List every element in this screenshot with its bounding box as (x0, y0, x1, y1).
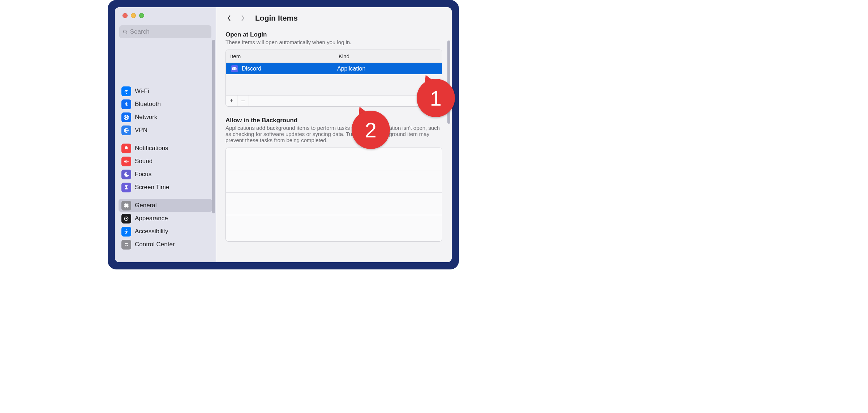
accessibility-icon (121, 227, 131, 237)
nav-back-button[interactable] (225, 14, 233, 22)
background-items-box (225, 148, 442, 242)
sidebar-item-label: General (135, 202, 156, 209)
add-item-button[interactable]: + (226, 95, 237, 106)
sidebar-item-label: Screen Time (135, 184, 169, 191)
sidebar-item-notifications[interactable]: Notifications (119, 142, 212, 155)
sidebar-item-bluetooth[interactable]: Bluetooth (119, 98, 212, 111)
sidebar-item-accessibility[interactable]: Accessibility (119, 225, 212, 238)
sidebar-item-label: Accessibility (135, 228, 168, 235)
sidebar-group-general: General Appearance Accessibility Control… (119, 199, 212, 251)
sidebar-item-vpn[interactable]: VPN (119, 124, 212, 137)
login-items-table: Item Kind Discord Application + − (225, 50, 442, 107)
gear-icon (121, 201, 131, 210)
column-item-header[interactable]: Item (226, 53, 337, 59)
svg-point-6 (125, 243, 126, 244)
sidebar-item-label: Focus (135, 171, 151, 178)
hourglass-icon (121, 183, 131, 192)
annotated-screenshot-frame: Wi-Fi Bluetooth Network VPN (108, 0, 459, 269)
background-item-row[interactable] (226, 215, 442, 238)
allow-background-description: Applications add background items to per… (225, 125, 442, 143)
content-header: Login Items (216, 7, 452, 27)
sidebar-item-general[interactable]: General (119, 199, 212, 212)
row-kind: Application (337, 65, 442, 72)
appearance-icon (121, 214, 131, 223)
sidebar-item-label: Bluetooth (135, 101, 161, 108)
minimize-window-button[interactable] (131, 13, 136, 18)
table-row[interactable]: Discord Application (226, 63, 442, 74)
table-empty-area[interactable] (226, 74, 442, 95)
svg-point-5 (126, 229, 127, 230)
discord-icon (231, 65, 238, 72)
sidebar-item-label: Network (135, 114, 157, 121)
window-controls (115, 13, 216, 25)
table-header: Item Kind (226, 50, 442, 63)
sidebar-spacer (115, 41, 216, 85)
sidebar-item-label: Appearance (135, 215, 168, 222)
zoom-window-button[interactable] (139, 13, 144, 18)
moon-icon (121, 170, 131, 179)
row-name: Discord (242, 65, 337, 72)
background-item-row[interactable] (226, 170, 442, 193)
svg-point-4 (126, 218, 127, 219)
content-scrollbar[interactable] (447, 41, 450, 124)
sidebar-item-label: Wi-Fi (135, 88, 149, 95)
search-input[interactable] (130, 28, 208, 35)
globe-icon (121, 112, 131, 122)
sidebar: Wi-Fi Bluetooth Network VPN (115, 7, 216, 262)
bell-icon (121, 144, 131, 153)
sidebar-item-label: Notifications (135, 145, 168, 152)
search-box[interactable] (119, 25, 211, 38)
wifi-icon (121, 86, 131, 96)
sidebar-item-control-center[interactable]: Control Center (119, 238, 212, 251)
nav-forward-button[interactable] (239, 14, 247, 22)
content-body: Open at Login These items will open auto… (216, 27, 452, 262)
allow-background-title: Allow in the Background (225, 117, 442, 124)
page-title: Login Items (255, 14, 298, 22)
svg-rect-9 (125, 245, 126, 246)
system-settings-window: Wi-Fi Bluetooth Network VPN (115, 7, 452, 262)
sidebar-item-label: VPN (135, 127, 147, 134)
chevron-right-icon (240, 15, 245, 21)
svg-rect-7 (126, 243, 128, 243)
chevron-left-icon (227, 15, 232, 21)
sidebar-item-focus[interactable]: Focus (119, 168, 212, 181)
open-at-login-title: Open at Login (225, 31, 442, 38)
sidebar-scrollbar[interactable] (212, 40, 215, 213)
close-window-button[interactable] (123, 13, 128, 18)
background-item-row[interactable] (226, 148, 442, 170)
sidebar-item-wifi[interactable]: Wi-Fi (119, 85, 212, 98)
speaker-icon (121, 157, 131, 166)
control-center-icon (121, 240, 131, 250)
sidebar-group-notifications: Notifications Sound Focus Screen Time (119, 142, 212, 194)
sidebar-item-appearance[interactable]: Appearance (119, 212, 212, 225)
background-item-row[interactable] (226, 193, 442, 215)
sidebar-item-screen-time[interactable]: Screen Time (119, 181, 212, 194)
open-at-login-description: These items will open automatically when… (225, 39, 442, 45)
vpn-icon (121, 125, 131, 135)
table-footer: + − (226, 95, 442, 106)
column-kind-header[interactable]: Kind (337, 53, 442, 59)
remove-item-button[interactable]: − (237, 95, 249, 106)
sidebar-group-network: Wi-Fi Bluetooth Network VPN (119, 85, 212, 137)
sidebar-item-label: Control Center (135, 241, 175, 248)
sidebar-item-network[interactable]: Network (119, 111, 212, 124)
sidebar-item-sound[interactable]: Sound (119, 155, 212, 168)
sidebar-list: Wi-Fi Bluetooth Network VPN (115, 85, 216, 256)
search-icon (123, 29, 128, 35)
svg-point-8 (127, 245, 128, 246)
bluetooth-icon (121, 99, 131, 109)
sidebar-item-label: Sound (135, 158, 152, 165)
content-pane: Login Items Open at Login These items wi… (216, 7, 452, 262)
